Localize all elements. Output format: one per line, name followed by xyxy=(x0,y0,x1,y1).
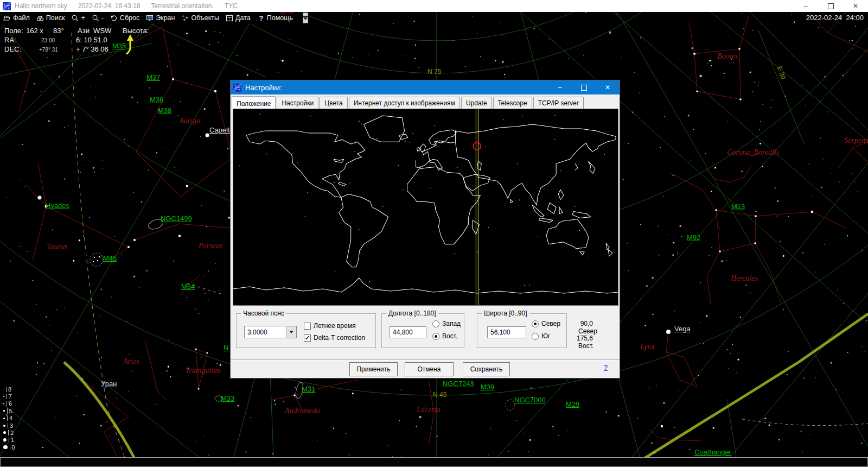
timezone-dropdown-button[interactable] xyxy=(286,326,296,338)
help-link[interactable]: ? xyxy=(604,363,608,371)
tab-telescope[interactable]: Telescope xyxy=(493,97,532,109)
latitude-input[interactable]: 56,100 xyxy=(487,326,526,338)
map-latitude-readout: 90,0 Север xyxy=(567,320,620,335)
magnitude-row-6: 6 xyxy=(3,400,12,407)
azimuth-value: Ази WSW xyxy=(78,27,111,35)
toolbar-item-binoculars[interactable]: Поиск xyxy=(33,12,68,24)
dec-value: + 7° 36 06 xyxy=(76,45,108,53)
toolbar-item-label: Объекты xyxy=(191,14,219,22)
toolbar-item-monitor[interactable]: Экран xyxy=(143,12,178,24)
toolbar-item-folder[interactable]: Файл xyxy=(0,12,33,24)
chevron-down-icon xyxy=(303,17,308,20)
toolbar-item-calendar[interactable]: 7Дата xyxy=(222,12,254,24)
chart-label-coathanger: Coathanger xyxy=(694,449,731,456)
chart-label-m37: M37 xyxy=(146,74,160,81)
toolbar-items: ФайлПоиск+-СбросЭкранОбъекты7Дата?Помощь xyxy=(0,12,296,24)
magnitude-row-4: 4 xyxy=(3,415,12,422)
chart-label-vega: Vega xyxy=(674,325,691,332)
toolbar-item-help[interactable]: ?Помощь xyxy=(254,12,296,24)
apply-button-label: Применить xyxy=(356,365,390,373)
west-radio-row[interactable]: Запад xyxy=(432,320,461,327)
maximize-button[interactable] xyxy=(818,0,843,12)
south-radio-row[interactable]: Юг xyxy=(532,332,551,340)
window-title-mode: Terrestrial orientation, xyxy=(151,2,213,10)
tab-настройки[interactable]: Настройки xyxy=(277,97,318,109)
chart-label-m31: M31 xyxy=(302,386,315,393)
tab-интернет-доступ-к-изображениям[interactable]: Интернет доступ к изображениям xyxy=(349,97,460,109)
delta-t-checkbox-row[interactable]: Delta-T correction xyxy=(304,334,365,342)
toolbar-overflow-button[interactable] xyxy=(303,12,308,23)
chart-datetime: 2022-02-24 24:00 xyxy=(806,14,864,22)
dst-checkbox[interactable] xyxy=(304,323,311,330)
toolbar-item-undo[interactable]: Сброс xyxy=(107,12,143,24)
north-radio[interactable] xyxy=(532,320,539,327)
chart-label-aries: Aries xyxy=(123,358,139,365)
latitude-value: 56,100 xyxy=(490,329,510,336)
chart-label-perseus: Perseus xyxy=(199,242,222,250)
tab-tcp-ip-server[interactable]: TCP/IP server xyxy=(533,97,584,109)
field-label: Поле: xyxy=(4,27,23,35)
toolbar-item-zoom-in[interactable]: + xyxy=(68,12,88,24)
tab-цвета[interactable]: Цвета xyxy=(320,97,347,109)
timezone-select[interactable]: 3,0000 xyxy=(244,326,297,338)
app-icon xyxy=(3,2,11,10)
chart-label-hyades: Hyades xyxy=(46,202,69,209)
chart-label-m29: M29 xyxy=(566,401,579,408)
south-label: Юг xyxy=(541,332,551,340)
toolbar-item-label: + xyxy=(81,14,85,22)
toolbar-item-label: - xyxy=(101,14,104,22)
north-radio-row[interactable]: Север xyxy=(532,320,560,327)
dialog-title: Настройки: xyxy=(245,84,282,92)
dialog-controls: – ✕ xyxy=(548,80,620,94)
dialog-minimize-button[interactable]: – xyxy=(548,80,572,94)
toolbar-item-label: Поиск xyxy=(46,14,65,22)
overflow-bar-icon xyxy=(303,16,308,17)
dialog-tabs: ПоложениеНастройкиЦветаИнтернет доступ к… xyxy=(232,96,618,109)
magnitude-row-8: 8 xyxy=(3,386,11,393)
undo-icon xyxy=(110,14,118,22)
chart-label-n-75: N 75 xyxy=(427,68,441,75)
dec-label: DEC: xyxy=(4,45,21,53)
save-button[interactable]: Сохранить xyxy=(463,362,510,376)
window-controls: – ✕ xyxy=(793,0,868,12)
cursor-object-label[interactable]: M35 xyxy=(112,42,126,50)
chart-label-m34: M34 xyxy=(181,283,195,290)
minimize-button[interactable]: – xyxy=(793,0,818,12)
longitude-input[interactable]: 44,800 xyxy=(390,326,426,338)
objects-icon xyxy=(181,14,189,22)
apply-button[interactable]: Применить xyxy=(349,362,398,376)
east-radio-row[interactable]: Вост. xyxy=(432,332,457,340)
map-latitude-value: 90,0 xyxy=(567,320,593,327)
magnitude-row-7: 7 xyxy=(3,393,12,400)
chevron-down-icon xyxy=(289,331,293,333)
tab-положение[interactable]: Положение xyxy=(232,96,276,109)
east-radio[interactable] xyxy=(432,333,439,340)
toolbar: ФайлПоиск+-СбросЭкранОбъекты7Дата?Помощь xyxy=(0,12,278,24)
svg-text:7: 7 xyxy=(228,17,231,21)
chart-label-уран: Уран xyxy=(101,380,117,387)
south-radio[interactable] xyxy=(532,333,539,340)
west-radio[interactable] xyxy=(432,320,439,327)
toolbar-item-objects[interactable]: Объекты xyxy=(178,12,222,24)
magnitude-row-2: 2 xyxy=(3,429,14,436)
longitude-value: 44,800 xyxy=(393,329,413,336)
toolbar-item-zoom-out[interactable]: - xyxy=(88,12,107,24)
cancel-button[interactable]: Отмена xyxy=(405,362,454,376)
chart-label-n-45: N 45 xyxy=(433,392,446,398)
chart-label-lacerta: Lacerta xyxy=(417,406,441,414)
calendar-icon: 7 xyxy=(226,14,233,22)
world-map[interactable] xyxy=(233,109,618,306)
magnitude-row-0: 0 xyxy=(3,444,15,451)
tab-update[interactable]: Update xyxy=(461,97,492,109)
dialog-close-button[interactable]: ✕ xyxy=(596,80,620,94)
chart-label-triangulum: Triangulum xyxy=(185,367,220,375)
dialog-titlebar[interactable]: Настройки: – ✕ xyxy=(231,80,620,94)
close-button[interactable]: ✕ xyxy=(843,0,868,12)
timezone-group: Часовой пояс 3,0000 Летнее время Delta-T… xyxy=(236,313,376,348)
north-label: Север xyxy=(541,320,560,327)
map-latitude-direction: Север xyxy=(578,327,597,335)
delta-t-checkbox[interactable] xyxy=(304,335,311,342)
dialog-maximize-button[interactable] xyxy=(572,80,596,94)
toolbar-item-label: Экран xyxy=(156,14,175,22)
dst-checkbox-row[interactable]: Летнее время xyxy=(304,322,355,330)
